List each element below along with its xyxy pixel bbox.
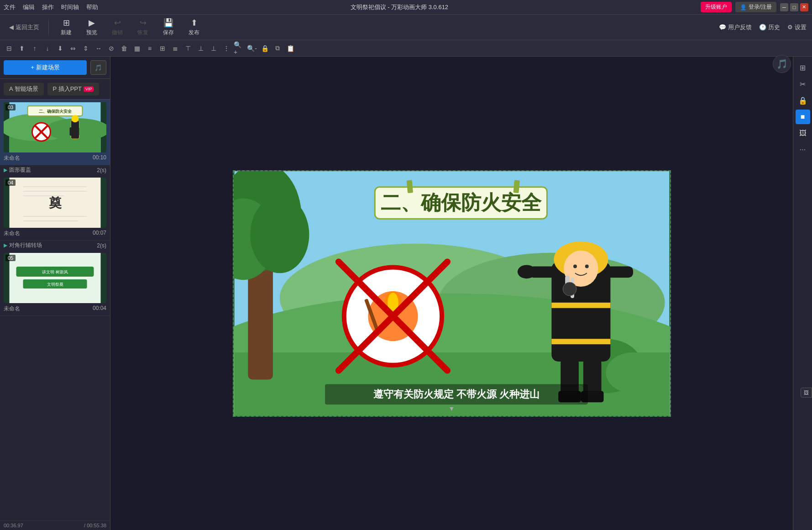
svg-point-65	[563, 282, 576, 296]
zoom-out-icon[interactable]: 🔍-	[246, 43, 257, 54]
copy-icon[interactable]: ⧉	[272, 43, 283, 54]
menu-operate[interactable]: 操作	[42, 3, 54, 11]
align-bottom-icon[interactable]: ⬇	[55, 43, 66, 54]
menu-edit[interactable]: 编辑	[23, 3, 35, 11]
grid-icon[interactable]: ⊟	[4, 43, 15, 54]
corner-image-button[interactable]: 🖼	[801, 388, 812, 398]
svg-text:文明祭奠: 文明祭奠	[47, 282, 63, 287]
feedback-button[interactable]: 💬 用户反馈	[719, 23, 752, 31]
align-center-v-icon[interactable]: ⊞	[157, 43, 168, 54]
clear-icon[interactable]: ⊘	[106, 43, 117, 54]
maximize-button[interactable]: □	[790, 3, 798, 11]
save-icon: 💾	[163, 18, 173, 28]
new-button[interactable]: ⊞ 新建	[54, 16, 78, 38]
svg-point-60	[517, 265, 535, 278]
smart-scene-label: A 智能场景	[9, 85, 38, 93]
settings-button[interactable]: ⚙ 设置	[787, 23, 807, 31]
distribute-v-icon[interactable]: ⇕	[80, 43, 91, 54]
play-small-icon: ▶	[4, 167, 7, 173]
upgrade-button[interactable]: 升级账户	[701, 2, 732, 12]
paste-icon[interactable]: 📋	[285, 43, 296, 54]
align-top2-icon[interactable]: ⊤	[183, 43, 194, 54]
user-icon: 👤	[740, 4, 747, 10]
distribute-h-icon[interactable]: ⇔	[68, 43, 79, 54]
align-top-icon[interactable]: ⬆	[16, 43, 27, 54]
scene-thumbnail-04: 04 奠	[4, 178, 106, 228]
new-scene-button[interactable]: + 新建场景	[4, 60, 87, 75]
blue-square-button[interactable]: ■	[796, 110, 810, 124]
scene-item-04[interactable]: 04 奠 未命名 00:07	[0, 175, 110, 241]
crop-button[interactable]: ✂	[796, 77, 810, 91]
back-button[interactable]: ◀ 返回主页	[5, 21, 43, 33]
svg-rect-11	[70, 127, 73, 136]
music-float-button[interactable]: 🎵	[773, 55, 791, 73]
svg-rect-59	[606, 266, 633, 278]
layer-name: 圆形覆盖	[9, 166, 31, 174]
minimize-button[interactable]: ─	[780, 3, 788, 11]
scene-item-05[interactable]: 05 讲文明 树新风 文明祭奠 未命名 00:04	[0, 250, 110, 316]
insert-ppt-tab[interactable]: P 插入PPT VIP	[47, 83, 100, 95]
screenshot-button[interactable]: ⊞	[796, 60, 810, 75]
menu-timeline[interactable]: 时间轴	[61, 3, 79, 11]
align-right-icon[interactable]: ≣	[170, 43, 181, 54]
lock2-button[interactable]: 🔒	[796, 93, 810, 108]
main-toolbar: ◀ 返回主页 ⊞ 新建 ▶ 预览 ↩ 撤销 ↪ 恢复 💾 保存 ⬆ 发布 💬 用…	[0, 15, 812, 40]
history-button[interactable]: 🕐 历史	[759, 23, 780, 31]
image-button[interactable]: 🖼	[796, 126, 810, 141]
align-left-icon[interactable]: ≡	[144, 43, 155, 54]
scene-tabs: A 智能场景 P 插入PPT VIP	[0, 79, 110, 100]
delete-icon[interactable]: 🗑	[119, 43, 130, 54]
scene-item-03[interactable]: 03 二、确保防火安全	[0, 100, 110, 165]
flip-h-icon[interactable]: ↔	[93, 43, 104, 54]
gear-icon: ⚙	[787, 24, 793, 31]
scene-thumb-svg-03: 二、确保防火安全	[4, 102, 106, 152]
svg-rect-20	[10, 253, 101, 303]
expand-handle[interactable]: ▼	[449, 405, 455, 412]
preview-button[interactable]: ▶ 预览	[80, 16, 104, 38]
svg-rect-12	[77, 127, 79, 136]
publish-button[interactable]: ⬆ 发布	[182, 16, 206, 38]
toolbar-right-group: 💬 用户反馈 🕐 历史 ⚙ 设置	[719, 23, 807, 31]
save-button[interactable]: 💾 保存	[157, 16, 180, 38]
more-dots-button[interactable]: ···	[796, 142, 810, 157]
canvas-scene-svg: 二、确保防火安全	[234, 171, 670, 416]
align-up-icon[interactable]: ↑	[29, 43, 40, 54]
align-down-icon[interactable]: ↓	[42, 43, 53, 54]
layer-duration: 2(s)	[97, 167, 106, 173]
scene-thumbnail-03: 03 二、确保防火安全	[4, 102, 106, 152]
align-bottom2-icon[interactable]: ⊥	[208, 43, 219, 54]
menu-file[interactable]: 文件	[4, 3, 16, 11]
menu-help[interactable]: 帮助	[86, 3, 98, 11]
table-icon[interactable]: ▦	[131, 43, 142, 54]
more2-icon[interactable]: ⋮	[221, 43, 232, 54]
right-panel: ⊞ ✂ 🔒 ■ 🖼 ··· 🎵 🖼	[793, 57, 812, 530]
close-button[interactable]: ✕	[800, 3, 808, 11]
window-controls: ─ □ ✕	[780, 3, 808, 11]
app-title: 文明祭祀倡议 - 万彩动画大师 3.0.612	[351, 3, 449, 11]
feedback-icon: 💬	[719, 24, 726, 31]
scene-info-03: 未命名 00:10	[4, 154, 106, 162]
zoom-in-icon[interactable]: 🔍+	[234, 43, 245, 54]
music-button[interactable]: 🎵	[90, 60, 106, 75]
smart-scene-tab[interactable]: A 智能场景	[4, 83, 44, 95]
undo-button[interactable]: ↩ 撤销	[105, 16, 129, 38]
redo-icon: ↪	[140, 18, 147, 28]
svg-point-31	[606, 352, 660, 393]
canvas-frame[interactable]: 🎥 默认镜头	[233, 170, 671, 417]
title-bar-right: 升级账户 👤 登录/注册 ─ □ ✕	[701, 2, 808, 12]
canvas-container: 🎥 默认镜头	[110, 57, 793, 530]
scene-info-04: 未命名 00:07	[4, 230, 106, 237]
svg-text:二、确保防火安全: 二、确保防火安全	[39, 109, 72, 114]
lock-icon[interactable]: 🔒	[259, 43, 270, 54]
svg-point-35	[250, 196, 309, 273]
login-button[interactable]: 👤 登录/注册	[735, 2, 776, 12]
scene-number-05: 05	[5, 255, 16, 261]
current-time: 00:36.97	[4, 523, 23, 528]
menu-bar: 文件 编辑 操作 时间轴 帮助	[4, 3, 98, 11]
align-center-h-icon[interactable]: ⊥	[195, 43, 206, 54]
play-small-icon2: ▶	[4, 242, 7, 248]
svg-point-10	[72, 115, 79, 122]
svg-text:讲文明 树新风: 讲文明 树新风	[42, 270, 68, 274]
redo-button[interactable]: ↪ 恢复	[131, 16, 155, 38]
scene-name-05: 未命名	[4, 305, 20, 313]
